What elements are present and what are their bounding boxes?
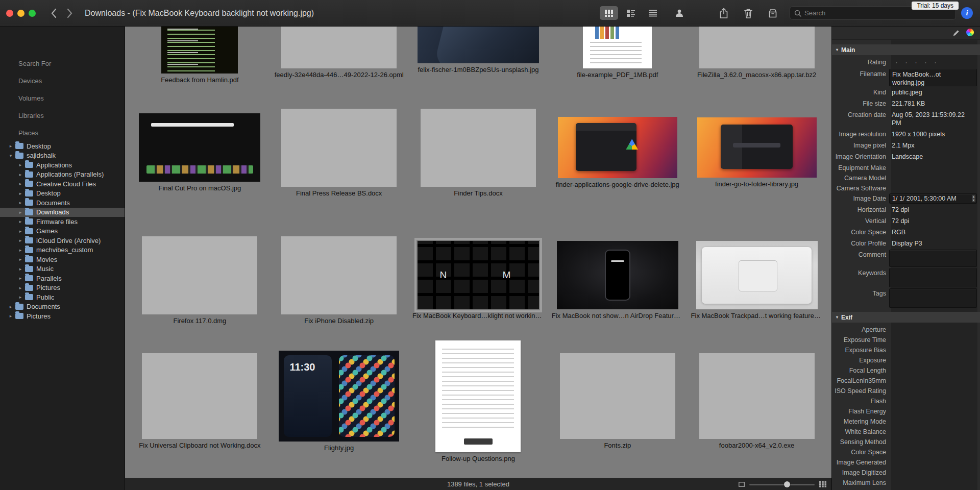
sidebar-item-icloud-drive-archive[interactable]: ▸iCloud Drive (Archive)	[0, 236, 125, 246]
disclosure-triangle-icon[interactable]: ▸	[17, 229, 24, 234]
stepper-up-icon[interactable]: ▴	[973, 195, 974, 199]
date-stepper[interactable]: ▴▾	[972, 195, 975, 202]
zoom-slider-thumb[interactable]	[784, 481, 790, 487]
disclosure-triangle-icon[interactable]: ▸	[17, 276, 24, 281]
file-item-finder-tips-docx[interactable]: Finder Tips.docx	[421, 109, 536, 197]
file-item-fix-macbook-not-show-n-airdrop-featured-jpg[interactable]: Fix MacBook not show…n AirDrop Featured.…	[551, 241, 684, 320]
disclosure-triangle-icon[interactable]: ▸	[17, 248, 24, 253]
info-button[interactable]: i	[961, 7, 973, 19]
stepper-down-icon[interactable]: ▾	[973, 199, 974, 202]
disclosure-triangle-icon[interactable]: ▸	[17, 266, 24, 272]
disclosure-triangle-icon[interactable]: ▾	[7, 153, 14, 158]
sidebar-header-devices[interactable]: Devices	[0, 72, 125, 89]
grid-view-button[interactable]	[600, 6, 618, 20]
file-item-fix-macbook-keyboard-klight-not-working-jpg[interactable]: N MFix MacBook Keyboard…klight not worki…	[411, 241, 545, 320]
sidebar-item-desktop[interactable]: ▸Desktop	[0, 141, 125, 151]
minimize-button[interactable]	[17, 10, 24, 17]
disclosure-triangle-icon[interactable]: ▸	[7, 313, 14, 318]
sidebar-item-mechvibes-custom[interactable]: ▸mechvibes_custom	[0, 246, 125, 255]
sidebar-item-games[interactable]: ▸Games	[0, 227, 125, 236]
archive-box-button[interactable]	[765, 6, 780, 21]
file-item-final-press-release-bs-docx[interactable]: Final Press Release BS.docx	[281, 109, 397, 197]
rating-dot-icon[interactable]: ·	[901, 58, 911, 66]
sidebar-item-sajidshaik[interactable]: ▾sajidshaik	[0, 151, 125, 161]
field-value-keywords[interactable]	[889, 268, 977, 287]
file-item-filezilla-3-62-0-macosx-x86-app-tar-bz2[interactable]: FileZilla_3.62.0_macosx-x86.app.tar.bz2	[696, 27, 817, 79]
field-label: Focal Length	[832, 365, 889, 375]
sidebar-header-libraries[interactable]: Libraries	[0, 107, 125, 124]
file-item-fix-iphone-disabled-zip[interactable]: Fix iPhone Disabled.zip	[281, 236, 397, 325]
sidebar-item-documents[interactable]: ▸Documents	[0, 198, 125, 208]
disclosure-triangle-icon[interactable]: ▸	[7, 143, 14, 149]
inspector-section-exif[interactable]: ▾Exif	[832, 312, 980, 323]
disclosure-triangle-icon[interactable]: ▸	[17, 210, 24, 215]
zoom-slider-track[interactable]	[749, 484, 815, 485]
sidebar-item-parallels[interactable]: ▸Parallels	[0, 274, 125, 283]
sidebar-item-pictures[interactable]: ▸Pictures	[0, 283, 125, 293]
sidebar-item-movies[interactable]: ▸Movies	[0, 255, 125, 264]
file-item-follow-up-questions-png[interactable]: Follow-up Questions.png	[435, 340, 521, 462]
disclosure-triangle-icon[interactable]: ▸	[17, 238, 24, 243]
search-input[interactable]	[804, 9, 951, 17]
file-item-feedly-32e448da-446-49-2022-12-26-opml[interactable]: feedly-32e448da-446…49-2022-12-26.opml	[274, 27, 405, 79]
sidebar-item-public[interactable]: ▸Public	[0, 292, 125, 302]
sidebar-item-downloads[interactable]: ▸Downloads	[0, 208, 125, 217]
user-button[interactable]	[670, 6, 689, 20]
disclosure-triangle-icon[interactable]: ▸	[17, 162, 24, 167]
file-item-file-example-pdf-1mb-pdf[interactable]: file-example_PDF_1MB.pdf	[576, 27, 659, 79]
forward-button[interactable]	[63, 6, 77, 21]
file-item-felix-fischer-1m0bbzpesus-unsplash-jpg[interactable]: felix-fischer-1m0BBZpeSUs-unsplash.jpg	[417, 27, 540, 74]
file-item-flighty-jpg[interactable]: 11:30Flighty.jpg	[279, 351, 399, 452]
file-item-final-cut-pro-on-macos-jpg[interactable]: Final Cut Pro on macOS.jpg	[139, 113, 260, 192]
grid-size-icon[interactable]	[819, 481, 826, 487]
disclosure-triangle-icon[interactable]: ▸	[17, 219, 24, 224]
file-item-foobar2000-x64-v2-0-exe[interactable]: foobar2000-x64_v2.0.exe	[699, 353, 815, 449]
rating-dot-icon[interactable]: ·	[930, 58, 940, 66]
field-value-rating[interactable]: ·····	[889, 57, 977, 68]
detail-view-button[interactable]	[622, 6, 640, 20]
field-value-filename[interactable]: Fix MacBook…ot working.jpg	[889, 69, 977, 86]
disclosure-triangle-icon[interactable]: ▸	[17, 257, 24, 262]
field-value-tags[interactable]	[889, 288, 977, 308]
sidebar-item-firmware-files[interactable]: ▸Firmware files	[0, 217, 125, 227]
trash-button[interactable]	[741, 6, 756, 21]
disclosure-triangle-icon[interactable]: ▸	[7, 304, 14, 309]
disclosure-triangle-icon[interactable]: ▸	[17, 172, 24, 177]
sidebar-item-creative-cloud-files[interactable]: ▸Creative Cloud Files	[0, 179, 125, 189]
list-view-button[interactable]	[644, 6, 662, 20]
file-item-feedback-from-hamlin-pdf[interactable]: Feedback from Hamlin.pdf	[160, 27, 239, 84]
edit-metadata-button[interactable]	[952, 29, 960, 37]
sidebar-header-volumes[interactable]: Volumes	[0, 89, 125, 107]
sidebar-item-pictures[interactable]: ▸Pictures	[0, 311, 125, 321]
file-item-firefox-117-0-dmg[interactable]: Firefox 117.0.dmg	[142, 236, 257, 325]
disclosure-triangle-icon[interactable]: ▸	[17, 181, 24, 186]
file-item-fonts-zip[interactable]: Fonts.zip	[560, 353, 675, 449]
sidebar-header-places[interactable]: Places	[0, 124, 125, 141]
back-button[interactable]	[47, 6, 60, 21]
file-item-finder-go-to-folder-library-jpg[interactable]: finder-go-to-folder-library.jpg	[697, 117, 817, 188]
field-value-image-date[interactable]: 1/ 1/ 2001, 5:30:00 AM▴▾	[889, 193, 977, 204]
sidebar-item-applications[interactable]: ▸Applications	[0, 160, 125, 170]
disclosure-triangle-icon[interactable]: ▸	[17, 285, 24, 290]
disclosure-triangle-icon[interactable]: ▸	[17, 200, 24, 205]
color-label-button[interactable]	[966, 29, 974, 38]
file-item-finder-applications-google-drive-delete-jpg[interactable]: finder-applications-google-drive-delete.…	[555, 117, 680, 188]
rating-dot-icon[interactable]: ·	[892, 58, 901, 66]
disclosure-triangle-icon[interactable]: ▸	[17, 295, 24, 300]
rating-dot-icon[interactable]: ·	[911, 58, 921, 66]
sidebar-item-documents[interactable]: ▸Documents	[0, 302, 125, 312]
file-item-fix-macbook-trackpad-t-working-featured-jpg[interactable]: Fix MacBook Trackpad…t working featured.…	[690, 241, 824, 320]
maximize-button[interactable]	[29, 10, 36, 17]
sidebar-item-music[interactable]: ▸Music	[0, 264, 125, 274]
sidebar-item-desktop[interactable]: ▸Desktop	[0, 189, 125, 199]
field-value-comment[interactable]	[889, 250, 977, 267]
sidebar-header-search-for[interactable]: Search For	[0, 55, 125, 72]
share-button[interactable]	[716, 6, 731, 21]
close-button[interactable]	[6, 10, 13, 17]
sidebar-item-applications-parallels[interactable]: ▸Applications (Parallels)	[0, 170, 125, 180]
disclosure-triangle-icon[interactable]: ▸	[17, 191, 24, 196]
file-item-fix-universal-clipboard-not-working-docx[interactable]: Fix Universal Clipboard not Working.docx	[138, 353, 261, 449]
inspector-section-main[interactable]: ▾Main	[832, 44, 980, 55]
rating-dot-icon[interactable]: ·	[921, 58, 930, 66]
zoom-slider[interactable]	[749, 481, 815, 488]
